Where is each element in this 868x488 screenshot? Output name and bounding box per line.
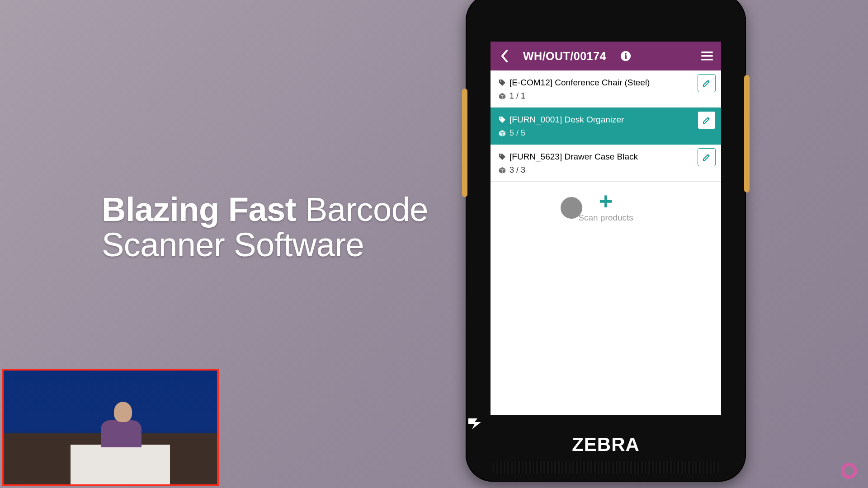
cursor-dot — [561, 197, 582, 219]
scan-products-button[interactable]: + Scan products — [491, 182, 721, 227]
list-item[interactable]: [FURN_5623] Drawer Case Black 3 / 3 — [491, 145, 721, 182]
menu-icon[interactable] — [699, 48, 715, 64]
svg-rect-4 — [701, 55, 713, 57]
svg-rect-3 — [701, 52, 713, 53]
device-brand: ZEBRA — [466, 414, 746, 455]
product-qty: 1 / 1 — [509, 91, 525, 101]
speaker-grill — [493, 461, 719, 474]
headline-light-1: Barcode — [305, 191, 428, 228]
edit-button[interactable] — [698, 74, 716, 92]
device-screen: WH/OUT/00174 [E-COM12] Conf — [491, 42, 721, 415]
speaker-video — [2, 369, 219, 486]
package-icon — [499, 130, 506, 137]
scan-products-label: Scan products — [491, 213, 721, 223]
svg-point-7 — [500, 117, 501, 119]
product-qty: 3 / 3 — [509, 165, 525, 175]
package-icon — [499, 93, 506, 100]
svg-point-6 — [500, 80, 501, 82]
plus-icon: + — [491, 194, 721, 208]
picking-list: [E-COM12] Conference Chair (Steel) 1 / 1 — [491, 70, 721, 182]
odoo-logo-icon — [840, 462, 858, 480]
app-header: WH/OUT/00174 — [491, 42, 721, 70]
product-label: [E-COM12] Conference Chair (Steel) — [509, 78, 650, 88]
list-item[interactable]: [FURN_0001] Desk Organizer 5 / 5 — [491, 108, 721, 145]
edit-button[interactable] — [698, 111, 716, 129]
product-label: [FURN_0001] Desk Organizer — [509, 115, 624, 125]
package-icon — [499, 167, 506, 174]
zebra-device: WH/OUT/00174 [E-COM12] Conf — [466, 0, 746, 482]
product-qty: 5 / 5 — [509, 128, 525, 138]
svg-point-1 — [625, 53, 627, 55]
list-item[interactable]: [E-COM12] Conference Chair (Steel) 1 / 1 — [491, 70, 721, 108]
svg-point-9 — [843, 465, 855, 477]
back-icon[interactable] — [497, 48, 512, 64]
tag-icon — [499, 153, 506, 160]
product-label: [FURN_5623] Drawer Case Black — [509, 152, 638, 162]
headline-bold: Blazing Fast — [102, 191, 296, 228]
edit-button[interactable] — [698, 148, 716, 166]
tag-icon — [499, 116, 506, 123]
svg-rect-2 — [625, 55, 627, 59]
slide-headline: Blazing Fast Barcode Scanner Software — [102, 192, 428, 262]
tag-icon — [499, 79, 506, 86]
picking-title: WH/OUT/00174 — [523, 50, 606, 63]
headline-light-2: Scanner Software — [102, 226, 364, 263]
svg-point-8 — [500, 155, 501, 156]
info-icon[interactable] — [618, 48, 633, 64]
svg-rect-5 — [701, 59, 713, 61]
